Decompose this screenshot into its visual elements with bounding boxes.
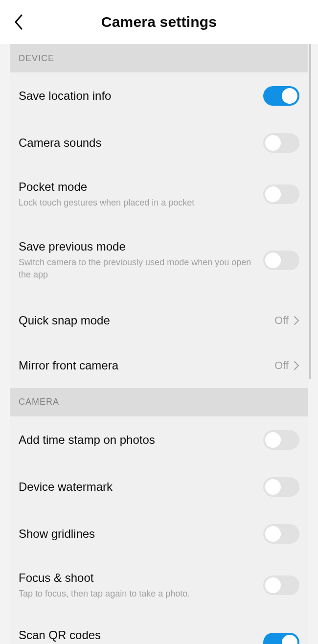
page-title: Camera settings <box>28 14 290 30</box>
row-value: Off <box>274 359 289 372</box>
row-title: Focus & shoot <box>19 571 256 585</box>
row-save-previous-mode[interactable]: Save previous mode Switch camera to the … <box>10 222 308 298</box>
row-title: Quick snap mode <box>19 314 268 327</box>
chevron-left-icon <box>14 14 23 30</box>
row-title: Save location info <box>19 89 256 103</box>
header: Camera settings <box>0 0 318 44</box>
row-title: Device watermark <box>19 480 256 494</box>
row-camera-sounds[interactable]: Camera sounds <box>10 119 308 166</box>
row-focus-shoot[interactable]: Focus & shoot Tap to focus, then tap aga… <box>10 557 308 613</box>
toggle-camera-sounds[interactable] <box>263 133 299 153</box>
section-header-label: CAMERA <box>19 397 59 407</box>
toggle-device-watermark[interactable] <box>263 477 299 497</box>
toggle-pocket-mode[interactable] <box>263 184 299 204</box>
row-title: Camera sounds <box>19 136 256 150</box>
row-mirror-front-camera[interactable]: Mirror front camera Off <box>10 343 308 388</box>
toggle-time-stamp[interactable] <box>263 430 299 450</box>
row-pocket-mode[interactable]: Pocket mode Lock touch gestures when pla… <box>10 166 308 222</box>
row-title: Save previous mode <box>19 240 256 253</box>
row-device-watermark[interactable]: Device watermark <box>10 463 308 510</box>
section-header-camera: CAMERA <box>10 388 308 416</box>
row-title: Mirror front camera <box>19 359 268 372</box>
chevron-right-icon <box>294 361 299 370</box>
row-value: Off <box>274 314 289 327</box>
toggle-scan-qr-codes[interactable] <box>263 633 299 644</box>
row-show-gridlines[interactable]: Show gridlines <box>10 510 308 557</box>
row-title: Pocket mode <box>19 180 256 194</box>
row-time-stamp[interactable]: Add time stamp on photos <box>10 416 308 463</box>
row-save-location[interactable]: Save location info <box>10 72 308 119</box>
row-title: Show gridlines <box>19 527 256 541</box>
row-subtitle: Tap to focus, then tap again to take a p… <box>19 588 256 599</box>
section-header-label: DEVICE <box>19 53 54 64</box>
back-button[interactable] <box>9 12 28 32</box>
section-header-device: DEVICE <box>10 44 308 72</box>
row-subtitle: Switch camera to the previously used mod… <box>19 256 256 280</box>
toggle-save-location[interactable] <box>263 86 299 106</box>
chevron-right-icon <box>294 316 299 325</box>
row-title: Add time stamp on photos <box>19 433 256 447</box>
toggle-save-previous-mode[interactable] <box>263 251 299 270</box>
settings-list-camera: Add time stamp on photos Device watermar… <box>10 416 308 644</box>
scroll-track[interactable] <box>309 44 311 379</box>
row-scan-qr-codes[interactable]: Scan QR codes Only the rear camera can s… <box>10 613 308 644</box>
row-quick-snap-mode[interactable]: Quick snap mode Off <box>10 298 308 343</box>
row-title: Scan QR codes <box>19 628 256 642</box>
toggle-show-gridlines[interactable] <box>263 524 299 544</box>
toggle-focus-shoot[interactable] <box>263 575 299 595</box>
settings-list-device: Save location info Camera sounds Pocket … <box>10 72 308 388</box>
row-subtitle: Lock touch gestures when placed in a poc… <box>19 197 256 208</box>
